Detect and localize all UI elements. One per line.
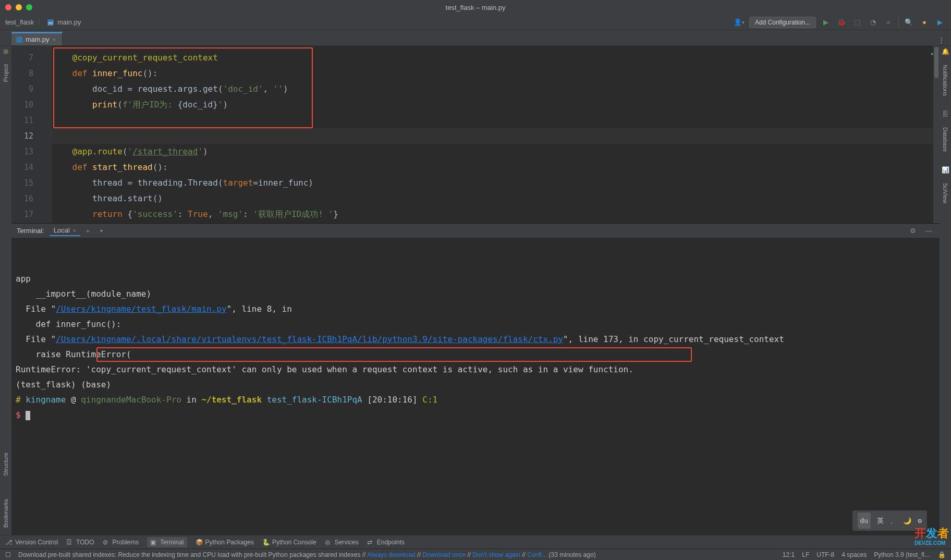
editor-tabs: main.py × ⋮ — [0, 30, 951, 46]
editor-scrollbar[interactable] — [933, 46, 940, 223]
code-content[interactable]: @copy_current_request_context def inner_… — [52, 46, 940, 223]
status-caret[interactable]: 12:1 — [783, 551, 795, 558]
status-line-sep[interactable]: LF — [802, 551, 809, 558]
hide-terminal-icon[interactable]: — — [923, 225, 934, 237]
minimize-window-icon[interactable] — [16, 4, 22, 10]
breadcrumb-separator: 〉 — [37, 18, 44, 27]
terminal-button[interactable]: ▣Terminal — [147, 537, 187, 547]
terminal-settings-icon[interactable]: ⚙ — [907, 225, 919, 237]
tab-main-py[interactable]: main.py × — [11, 32, 63, 45]
editor-panel: 7891011121314151617 @copy_current_reques… — [11, 46, 940, 535]
status-indent[interactable]: 4 spaces — [842, 551, 867, 558]
search-icon[interactable]: 🔍 — [903, 17, 915, 28]
fold-column — [43, 46, 52, 223]
sciview-tool-button[interactable]: SciView — [942, 180, 948, 206]
database-icon[interactable]: 🗄 — [942, 111, 948, 118]
database-tool-button[interactable]: Database — [942, 124, 948, 155]
right-tool-rail: 🔔 Notifications 🗄 Database 📊 SciView — [940, 46, 951, 535]
status-interpreter[interactable]: Python 3.9 (test_fl… — [874, 551, 931, 558]
status-link[interactable]: Download once — [422, 551, 466, 558]
toolbar-right: 👤▾ Add Configuration... ▶ 🐞 ⬚ ◔ ■ 🔍 ● ▶ — [734, 17, 946, 28]
endpoints-button[interactable]: ⇄Endpoints — [367, 539, 405, 546]
bottom-tool-strip: ⎇Version Control ☲TODO ⊘Problems ▣Termin… — [0, 535, 951, 549]
status-link[interactable]: Confi... — [527, 551, 547, 558]
debug-icon[interactable]: 🐞 — [836, 17, 847, 28]
bookmarks-tool-button[interactable]: Bookmarks — [3, 496, 9, 531]
terminal-tab-local[interactable]: Local × — [50, 225, 80, 236]
ime-moon-icon[interactable]: 🌙 — [903, 513, 911, 528]
terminal-dropdown-icon[interactable]: ▾ — [96, 225, 107, 237]
watermark: 开发者 DEVZE.COM — [915, 526, 949, 545]
breadcrumb: test_flask 〉 py main.py — [5, 18, 81, 27]
terminal-header: Terminal: Local × ＋ ▾ ⚙ — — [11, 223, 940, 238]
add-configuration-button[interactable]: Add Configuration... — [749, 17, 816, 28]
close-icon[interactable]: × — [53, 36, 59, 43]
structure-tool-button[interactable]: Structure — [3, 449, 9, 479]
notifications-tool-button[interactable]: Notifications — [942, 62, 948, 99]
sync-icon[interactable]: ● — [919, 17, 930, 28]
services-button[interactable]: ◎Services — [325, 539, 359, 546]
breadcrumb-project[interactable]: test_flask — [5, 18, 34, 26]
status-lock-icon[interactable]: 🔒 — [938, 551, 946, 558]
python-file-icon — [16, 36, 23, 43]
terminal-tabs: Local × ＋ ▾ — [50, 225, 107, 237]
ime-item[interactable]: 、 — [890, 513, 897, 528]
tab-label: main.py — [26, 35, 50, 43]
breadcrumb-file[interactable]: main.py — [57, 18, 81, 26]
close-window-icon[interactable] — [5, 4, 11, 10]
run-icon[interactable]: ▶ — [820, 17, 832, 28]
stop-icon[interactable]: ■ — [883, 17, 894, 28]
ide-settings-icon[interactable]: ▶ — [934, 17, 946, 28]
status-link[interactable]: Always download — [367, 551, 416, 558]
todo-button[interactable]: ☲TODO — [66, 539, 94, 546]
window-title: test_flask – main.py — [446, 4, 506, 11]
terminal-label: Terminal: — [17, 227, 44, 235]
left-tool-rail: ▦ Project Structure Bookmarks — [0, 46, 11, 535]
maximize-window-icon[interactable] — [26, 4, 32, 10]
version-control-button[interactable]: ⎇Version Control — [5, 539, 58, 546]
main-area: ▦ Project Structure Bookmarks 7891011121… — [0, 46, 951, 535]
project-tool-button[interactable]: Project — [3, 61, 9, 85]
status-encoding[interactable]: UTF-8 — [816, 551, 834, 558]
project-tool-icon[interactable]: ▦ — [3, 48, 8, 55]
problems-button[interactable]: ⊘Problems — [103, 539, 139, 546]
python-file-icon: py — [47, 19, 54, 26]
svg-text:py: py — [48, 20, 53, 25]
notifications-icon[interactable]: 🔔 — [942, 48, 949, 55]
python-console-button[interactable]: 🐍Python Console — [262, 539, 316, 546]
traffic-lights — [5, 4, 32, 10]
python-packages-button[interactable]: 📦Python Packages — [196, 539, 254, 546]
close-icon[interactable]: × — [72, 227, 76, 234]
user-icon[interactable]: 👤▾ — [734, 17, 745, 28]
profile-icon[interactable]: ◔ — [867, 17, 879, 28]
status-message: Download pre-built shared indexes: Reduc… — [18, 551, 775, 558]
sciview-icon[interactable]: 📊 — [942, 166, 949, 174]
status-link[interactable]: Don't show again — [472, 551, 520, 558]
status-bar: ☐ Download pre-built shared indexes: Red… — [0, 549, 951, 560]
line-gutter: 7891011121314151617 — [11, 46, 43, 223]
main-toolbar: test_flask 〉 py main.py 👤▾ Add Configura… — [0, 15, 951, 30]
new-terminal-button[interactable]: ＋ — [82, 225, 94, 237]
status-event-icon[interactable]: ☐ — [5, 551, 11, 558]
more-icon[interactable]: ⋮ — [935, 34, 947, 45]
coverage-icon[interactable]: ⬚ — [851, 17, 863, 28]
terminal-output[interactable]: app __import__(module_name) File "/Users… — [11, 238, 940, 535]
window-titlebar: test_flask – main.py — [0, 0, 951, 15]
ime-item[interactable]: du — [858, 513, 871, 529]
code-editor[interactable]: 7891011121314151617 @copy_current_reques… — [11, 46, 940, 223]
ime-item[interactable]: 英 — [877, 513, 884, 528]
svg-rect-2 — [16, 36, 22, 43]
